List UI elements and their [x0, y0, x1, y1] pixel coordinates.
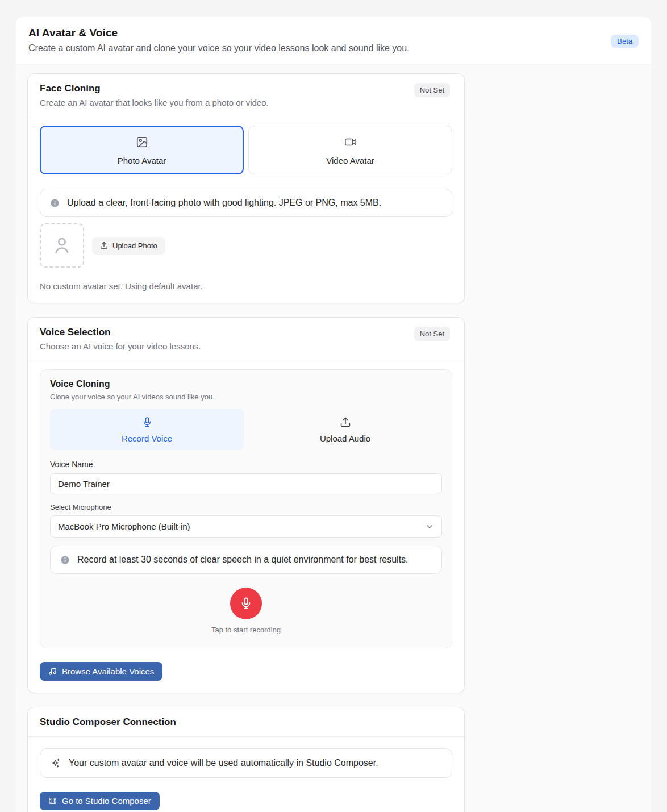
info-icon: [50, 198, 60, 208]
film-icon: [48, 797, 57, 805]
avatar-type-options: Photo Avatar Video Avatar: [40, 126, 452, 174]
voice-selection-status-badge: Not Set: [414, 327, 450, 341]
recording-info-box: Record at least 30 seconds of clear spee…: [50, 546, 442, 574]
voice-selection-title: Voice Selection: [40, 327, 452, 338]
photo-upload-info-box: Upload a clear, front-facing photo with …: [40, 189, 452, 217]
microphone-label: Select Microphone: [50, 503, 442, 511]
studio-composer-card: Studio Composer Connection Your custom a…: [27, 707, 465, 812]
page-title: AI Avatar & Voice: [28, 27, 640, 39]
upload-icon: [340, 417, 351, 428]
voice-cloning-panel: Voice Cloning Clone your voice so your A…: [40, 369, 452, 648]
browse-voices-button[interactable]: Browse Available Voices: [40, 662, 162, 681]
face-cloning-title: Face Cloning: [40, 83, 452, 94]
studio-composer-title: Studio Composer Connection: [40, 717, 452, 728]
video-icon: [344, 136, 357, 148]
photo-upload-info-text: Upload a clear, front-facing photo with …: [67, 198, 381, 208]
voice-cloning-subtitle: Clone your voice so your AI videos sound…: [50, 393, 442, 401]
voice-input-tabs: Record Voice Upload Audio: [50, 409, 442, 450]
page-subtitle: Create a custom AI avatar and clone your…: [28, 43, 640, 53]
upload-icon: [100, 241, 108, 249]
avatar-upload-row: Upload Photo: [40, 223, 452, 268]
video-avatar-label: Video Avatar: [255, 156, 446, 165]
record-hint: Tap to start recording: [50, 626, 442, 634]
voice-selection-subtitle: Choose an AI voice for your video lesson…: [40, 342, 452, 351]
face-cloning-header: Face Cloning Create an AI avatar that lo…: [28, 74, 464, 116]
record-area: Tap to start recording: [50, 574, 442, 634]
microphone-icon: [239, 597, 253, 610]
record-voice-label: Record Voice: [56, 434, 238, 443]
record-button[interactable]: [230, 588, 262, 619]
studio-composer-header: Studio Composer Connection: [28, 707, 464, 737]
microphone-icon: [141, 417, 153, 428]
sparkles-icon: [50, 757, 61, 769]
video-avatar-option[interactable]: Video Avatar: [248, 126, 452, 174]
face-cloning-card: Face Cloning Create an AI avatar that lo…: [27, 73, 465, 303]
page-header: AI Avatar & Voice Create a custom AI ava…: [16, 17, 651, 64]
beta-badge: Beta: [611, 35, 639, 48]
photo-avatar-option[interactable]: Photo Avatar: [40, 126, 244, 174]
go-to-studio-composer-button[interactable]: Go to Studio Composer: [40, 792, 160, 810]
studio-composer-body: Your custom avatar and voice will be use…: [28, 737, 464, 812]
tab-record-voice[interactable]: Record Voice: [50, 409, 244, 450]
studio-composer-info-text: Your custom avatar and voice will be use…: [69, 758, 378, 768]
upload-photo-button[interactable]: Upload Photo: [92, 237, 165, 255]
avatar-placeholder: [40, 223, 84, 268]
voice-cloning-title: Voice Cloning: [50, 379, 442, 389]
info-icon: [60, 555, 70, 565]
face-cloning-status-badge: Not Set: [414, 83, 450, 97]
settings-panel: AI Avatar & Voice Create a custom AI ava…: [16, 17, 651, 812]
upload-audio-label: Upload Audio: [254, 434, 436, 443]
browse-voices-label: Browse Available Voices: [62, 667, 154, 676]
recording-info-text: Record at least 30 seconds of clear spee…: [77, 555, 408, 565]
microphone-select[interactable]: MacBook Pro Microphone (Built-in): [50, 515, 442, 538]
microphone-select-value: MacBook Pro Microphone (Built-in): [58, 522, 190, 531]
voice-selection-header: Voice Selection Choose an AI voice for y…: [28, 318, 464, 360]
voice-name-input[interactable]: [50, 473, 442, 494]
go-to-studio-composer-label: Go to Studio Composer: [62, 796, 151, 806]
chevron-down-icon: [425, 522, 434, 531]
panel-body: Face Cloning Create an AI avatar that lo…: [16, 64, 651, 812]
face-cloning-subtitle: Create an AI avatar that looks like you …: [40, 98, 452, 107]
studio-composer-info-box: Your custom avatar and voice will be use…: [40, 748, 452, 778]
music-note-icon: [48, 667, 57, 676]
face-cloning-body: Photo Avatar Video Avatar: [28, 116, 464, 303]
tab-upload-audio[interactable]: Upload Audio: [248, 409, 442, 450]
voice-name-label: Voice Name: [50, 460, 442, 469]
image-icon: [136, 136, 148, 148]
person-icon: [51, 234, 73, 257]
upload-photo-label: Upload Photo: [112, 241, 157, 250]
avatar-empty-state: No custom avatar set. Using default avat…: [40, 281, 452, 291]
voice-selection-card: Voice Selection Choose an AI voice for y…: [27, 317, 465, 693]
photo-avatar-label: Photo Avatar: [46, 156, 237, 165]
voice-selection-body: Voice Cloning Clone your voice so your A…: [28, 360, 464, 693]
